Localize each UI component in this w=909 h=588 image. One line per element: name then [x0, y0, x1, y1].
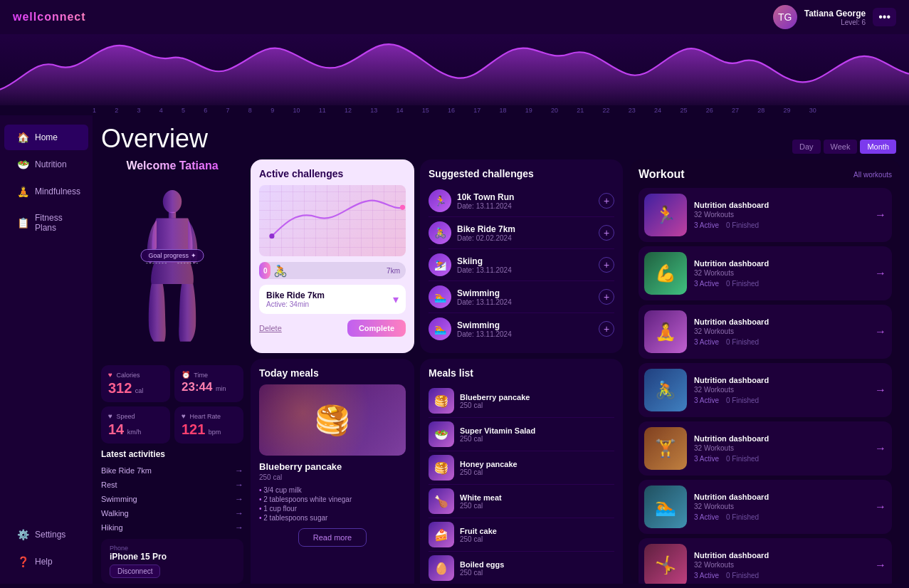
workout-info: Nutrition dashboard 32 Workouts 3 Active… [694, 493, 868, 521]
sidebar-item-nutrition[interactable]: 🥗 Nutrition [4, 152, 88, 177]
avatar: TG [773, 5, 797, 29]
read-more-button[interactable]: Read more [298, 528, 367, 547]
workout-arrow[interactable]: → [875, 559, 886, 572]
sidebar-item-mindfulness[interactable]: 🧘 Mindfulness [4, 179, 88, 204]
challenge-icon: 🏃 [429, 189, 451, 212]
activity-bike[interactable]: Bike Ride 7km → [101, 463, 243, 478]
meal-list-name: Boiled eggs [460, 560, 614, 569]
workout-arrow[interactable]: → [875, 209, 886, 221]
map-path-svg [259, 185, 406, 249]
workout-arrow[interactable]: → [875, 442, 886, 455]
latest-activities: Latest activities Bike Ride 7km → Rest →… [101, 449, 243, 535]
add-challenge-button[interactable]: + [599, 257, 614, 273]
workout-stats: 3 Active 0 Finished [694, 513, 868, 521]
workout-count: 32 Workouts [694, 503, 868, 510]
sidebar-item-settings[interactable]: ⚙️ Settings [4, 522, 88, 547]
phone-label: Phone [110, 545, 235, 552]
meal-list-item: 🍰 Fruit cake 250 cal [429, 518, 614, 552]
workout-arrow[interactable]: → [875, 384, 886, 397]
meal-list-name: Blueberry pancake [460, 393, 614, 401]
app-logo[interactable]: wellconnect [13, 11, 86, 23]
home-icon: 🏠 [17, 132, 29, 143]
delete-challenge-button[interactable]: Delete [259, 324, 282, 332]
all-workouts-link[interactable]: All workouts [853, 171, 892, 179]
calories-label: Calories [116, 372, 140, 379]
workout-name: Nutrition dashboard [694, 376, 868, 384]
suggested-item: 🏊 Swimming Date: 13.11.2024 + [429, 281, 614, 313]
add-challenge-button[interactable]: + [599, 225, 614, 241]
meal-list-name: Fruit cake [460, 527, 614, 535]
challenge-status: Active: 34min [266, 300, 325, 308]
add-challenge-button[interactable]: + [599, 289, 614, 305]
meal-list-cal: 250 cal [460, 535, 614, 543]
activity-walking[interactable]: Walking → [101, 506, 243, 520]
workout-count: 32 Workouts [694, 269, 868, 277]
svg-point-4 [269, 233, 274, 238]
workout-info: Nutrition dashboard 32 Workouts 3 Active… [694, 317, 868, 346]
phone-name: iPhone 15 Pro [110, 552, 235, 562]
challenges-row: Active challenges 0 🚴 [251, 159, 623, 353]
workout-stats: 3 Active 0 Finished [694, 397, 868, 404]
workout-info: Nutrition dashboard 32 Workouts 3 Active… [694, 259, 868, 288]
suggested-name: Bike Ride 7km [457, 224, 515, 234]
activity-rest[interactable]: Rest → [101, 478, 243, 492]
activity-hiking-label: Hiking [101, 523, 123, 532]
meal-thumb: 🍰 [429, 522, 454, 547]
workout-active: 3 Active [694, 513, 719, 521]
sidebar-label-help: Help [35, 557, 53, 567]
add-challenge-button[interactable]: + [599, 193, 614, 209]
meal-list-item: 🥗 Super Vitamin Salad 250 cal [429, 418, 614, 451]
workout-arrow[interactable]: → [875, 500, 886, 513]
workout-card: 🏃 Nutrition dashboard 32 Workouts 3 Acti… [639, 188, 892, 242]
meal-info: Super Vitamin Salad 250 cal [460, 426, 614, 443]
latest-activities-title: Latest activities [101, 449, 243, 459]
avatar-initials: TG [778, 11, 792, 23]
activity-hiking[interactable]: Hiking → [101, 520, 243, 535]
sidebar-item-fitness[interactable]: 📋 Fitness Plans [4, 206, 88, 240]
suggested-date: Date: 13.11.2024 [457, 330, 512, 338]
center-panels: Active challenges 0 🚴 [251, 159, 623, 584]
meal-thumb: 🥚 [429, 555, 454, 581]
overview-area: Overview [101, 115, 900, 159]
workout-finished: 0 Finished [726, 280, 759, 288]
period-week[interactable]: Week [824, 140, 858, 154]
mindfulness-icon: 🧘 [17, 186, 29, 197]
challenge-actions: Delete Complete [259, 320, 406, 337]
period-month[interactable]: Month [860, 140, 896, 154]
suggested-item: 🏃 10k Town Run Date: 13.11.2024 + [429, 185, 614, 217]
activity-chart [0, 34, 909, 105]
more-options-button[interactable]: ••• [873, 8, 896, 26]
period-day[interactable]: Day [792, 140, 821, 154]
activity-swimming[interactable]: Swimming → [101, 492, 243, 506]
activity-bike-arrow: → [235, 466, 243, 476]
workout-name: Nutrition dashboard [694, 551, 868, 560]
workout-active: 3 Active [694, 455, 719, 463]
stats-grid: ♥ Calories 312 cal ⏰ Time [101, 365, 243, 443]
suggested-date: Date: 13.11.2024 [457, 298, 512, 306]
chart-xaxis: 1234567891011121314151617181920212223242… [0, 105, 909, 115]
suggested-date: Date: 02.02.2024 [457, 234, 515, 242]
user-info: TG Tatiana George Level: 6 ••• [773, 5, 896, 29]
workout-info: Nutrition dashboard 32 Workouts 3 Active… [694, 434, 868, 463]
activity-walking-arrow: → [235, 508, 243, 518]
activity-rest-arrow: → [235, 480, 243, 490]
user-level: Level: 6 [804, 19, 866, 26]
add-challenge-button[interactable]: + [599, 321, 614, 337]
workout-active: 3 Active [694, 221, 719, 229]
workout-stats: 3 Active 0 Finished [694, 338, 868, 346]
stat-speed: ♥ Speed 14 km/h [101, 406, 170, 443]
disconnect-button[interactable]: Disconnect [110, 565, 160, 578]
ingredient-item: 1 cup flour [259, 504, 406, 513]
sidebar-item-home[interactable]: 🏠 Home [4, 125, 88, 150]
welcome-title: Welcome Tatiana [101, 159, 243, 172]
logo-text: wellconnect [13, 11, 86, 23]
workout-arrow[interactable]: → [875, 325, 886, 338]
workout-arrow[interactable]: → [875, 267, 886, 280]
suggested-challenges-title: Suggested challenges [429, 168, 614, 179]
workout-card: 🏋️ Nutrition dashboard 32 Workouts 3 Act… [639, 421, 892, 476]
suggested-name: 10k Town Run [457, 192, 514, 202]
workout-list: 🏃 Nutrition dashboard 32 Workouts 3 Acti… [639, 188, 892, 584]
complete-challenge-button[interactable]: Complete [347, 320, 406, 337]
sidebar-item-help[interactable]: ❓ Help [4, 549, 88, 574]
workout-name: Nutrition dashboard [694, 317, 868, 326]
